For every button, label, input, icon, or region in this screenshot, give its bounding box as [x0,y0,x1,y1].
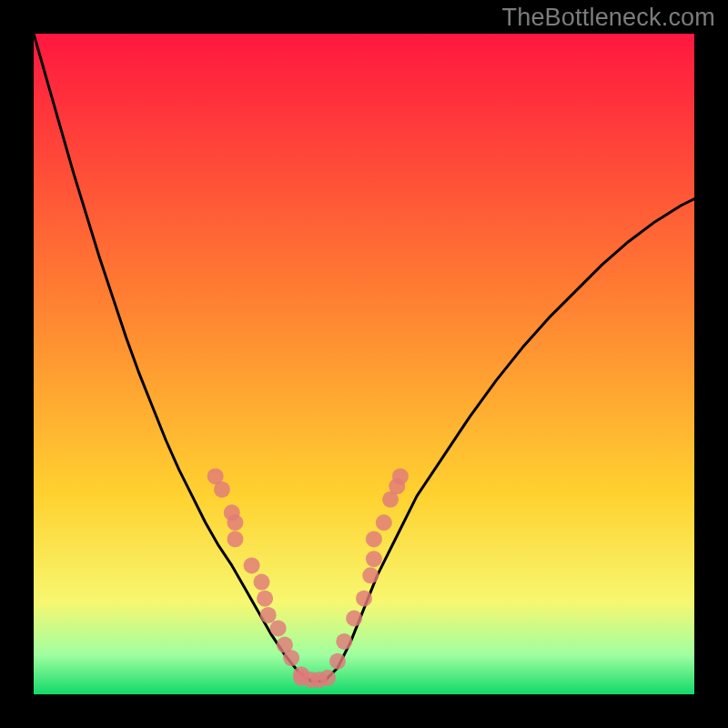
data-point [244,557,260,573]
chart-frame: TheBottleneck.com [0,0,728,728]
chart-svg [34,34,694,694]
data-point [227,514,243,531]
data-point [214,481,230,498]
data-point [346,611,362,627]
data-point [227,531,243,547]
watermark-text: TheBottleneck.com [501,4,715,32]
data-point [366,531,382,547]
data-point [257,591,273,607]
data-point [376,514,392,531]
data-point [329,653,346,670]
data-point [253,574,269,591]
data-point [270,620,287,636]
plot-area [34,34,694,694]
data-point [336,633,352,650]
data-point [392,468,409,484]
data-point [260,607,277,623]
data-point [366,551,382,567]
data-point [356,591,372,607]
data-point [319,670,336,686]
data-point [362,567,379,583]
data-point [283,650,299,666]
